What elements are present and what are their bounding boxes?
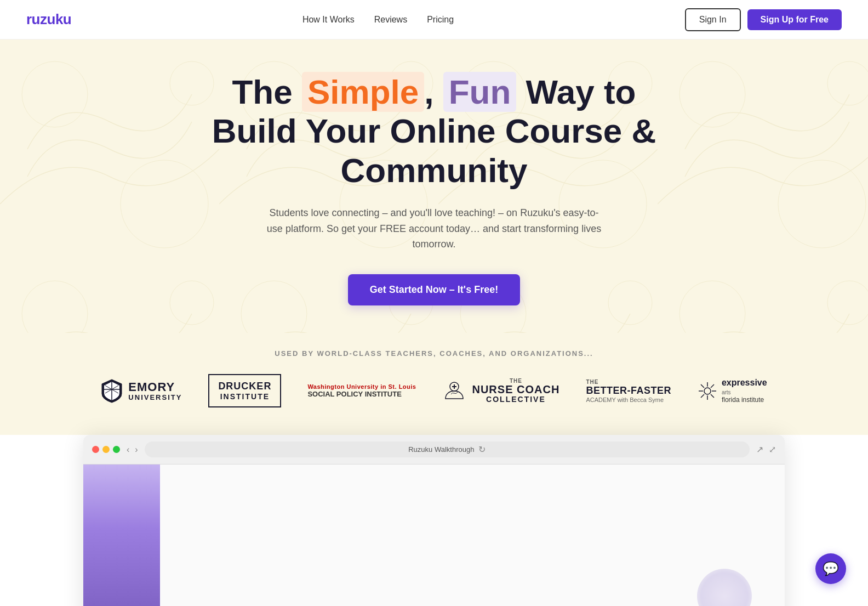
navbar: ruzuku How It Works Reviews Pricing Sign… — [0, 0, 868, 39]
svg-point-13 — [704, 388, 711, 394]
logo-emory: EMORY UNIVERSITY — [101, 378, 182, 404]
svg-line-10 — [711, 394, 714, 398]
logo-expressive-arts: expressive arts florida institute — [698, 377, 767, 404]
browser-url-bar[interactable]: Ruzuku Walkthrough ↻ — [145, 441, 750, 457]
nurse-icon — [442, 379, 466, 403]
browser-sidebar-panel — [83, 465, 160, 606]
hero-title-fun: Fun — [443, 72, 517, 112]
emory-sub: UNIVERSITY — [128, 394, 182, 402]
cta-button[interactable]: Get Started Now – It's Free! — [348, 274, 520, 305]
browser-main-panel — [160, 465, 785, 606]
chat-button[interactable]: 💬 — [815, 553, 846, 584]
hero-section: The Simple, Fun Way to Build Your Online… — [0, 39, 868, 333]
nav-actions: Sign In Sign Up for Free — [685, 8, 842, 31]
svg-line-11 — [711, 384, 714, 388]
drucker-sub: INSTITUTE — [218, 392, 271, 401]
hero-title-comma: , — [424, 73, 443, 111]
emory-name: EMORY — [128, 380, 182, 394]
hero-subtitle: Students love connecting – and you'll lo… — [264, 205, 604, 252]
bf-line2: BETTER-FASTER — [586, 385, 671, 397]
browser-window: ‹ › Ruzuku Walkthrough ↻ ↗ ⤢ — [83, 435, 785, 606]
better-faster-text: THE BETTER-FASTER ACADEMY with Becca Sym… — [586, 379, 671, 403]
browser-back-button[interactable]: ‹ — [127, 445, 129, 455]
emory-text: EMORY UNIVERSITY — [128, 380, 182, 402]
browser-navigation: ‹ › — [127, 445, 138, 455]
signup-button[interactable]: Sign Up for Free — [747, 9, 842, 30]
browser-expand-button[interactable]: ⤢ — [769, 444, 776, 455]
ea-line2: arts — [722, 389, 767, 396]
nurse-line2: NURSE COACH — [472, 384, 559, 395]
nav-link-reviews[interactable]: Reviews — [374, 15, 407, 25]
browser-dot-close[interactable] — [92, 446, 99, 453]
logo[interactable]: ruzuku — [26, 11, 71, 28]
logo-drucker: DRUCKER INSTITUTE — [208, 374, 281, 407]
expressive-arts-icon — [698, 381, 717, 401]
bf-line3: ACADEMY with Becca Syme — [586, 397, 671, 403]
logo-nurse-coach: THE NURSE COACH COLLECTIVE — [442, 378, 559, 404]
browser-share-button[interactable]: ↗ — [756, 444, 763, 455]
nurse-line3: COLLECTIVE — [472, 395, 559, 404]
browser-chrome: ‹ › Ruzuku Walkthrough ↻ ↗ ⤢ — [83, 435, 785, 465]
nav-link-pricing[interactable]: Pricing — [427, 15, 454, 25]
browser-dot-fullscreen[interactable] — [113, 446, 120, 453]
svg-line-9 — [701, 384, 704, 388]
nav-links: How It Works Reviews Pricing — [302, 15, 454, 25]
svg-line-12 — [701, 394, 704, 398]
signin-button[interactable]: Sign In — [685, 8, 741, 31]
browser-reload-button[interactable]: ↻ — [478, 444, 486, 455]
browser-forward-button[interactable]: › — [135, 445, 138, 455]
hero-title: The Simple, Fun Way to Build Your Online… — [187, 72, 681, 190]
ea-text: expressive arts florida institute — [722, 377, 767, 404]
hero-title-before: The — [232, 73, 302, 111]
wash-line2: SOCIAL POLICY INSTITUTE — [307, 390, 416, 398]
browser-section: ‹ › Ruzuku Walkthrough ↻ ↗ ⤢ — [0, 435, 868, 606]
wash-line1: Washington University in St. Louis — [307, 383, 416, 390]
browser-dot-minimize[interactable] — [102, 446, 110, 453]
emory-shield-icon — [101, 378, 123, 404]
browser-window-actions: ↗ ⤢ — [756, 444, 776, 455]
bf-line1: THE — [586, 379, 671, 385]
logo-washington: Washington University in St. Louis SOCIA… — [307, 383, 416, 398]
chat-icon: 💬 — [823, 561, 839, 576]
ea-line3: florida institute — [722, 396, 767, 405]
browser-url-text: Ruzuku Walkthrough — [408, 445, 474, 454]
logo-better-faster: THE BETTER-FASTER ACADEMY with Becca Sym… — [586, 379, 671, 403]
browser-traffic-lights — [92, 446, 120, 453]
ea-line1: expressive — [722, 377, 767, 389]
nav-link-how-it-works[interactable]: How It Works — [302, 15, 355, 25]
browser-content — [83, 465, 785, 606]
drucker-box: DRUCKER INSTITUTE — [208, 374, 281, 407]
logos-section: USED BY WORLD-CLASS TEACHERS, COACHES, A… — [0, 333, 868, 435]
logos-label: USED BY WORLD-CLASS TEACHERS, COACHES, A… — [22, 349, 846, 358]
drucker-name: DRUCKER — [218, 381, 271, 392]
washington-logo-text: Washington University in St. Louis SOCIA… — [307, 383, 416, 398]
nurse-text: THE NURSE COACH COLLECTIVE — [472, 378, 559, 404]
logos-row: EMORY UNIVERSITY DRUCKER INSTITUTE Washi… — [22, 374, 846, 407]
hero-title-simple: Simple — [302, 72, 424, 112]
